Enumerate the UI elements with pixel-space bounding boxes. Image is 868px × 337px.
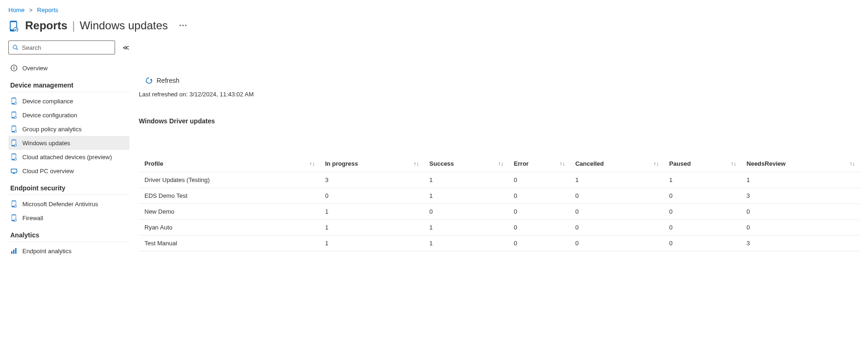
cell-paused: 0: [663, 204, 741, 220]
cell-cancelled: 0: [570, 188, 664, 204]
cell-success: 1: [424, 220, 508, 236]
device-icon: [11, 200, 17, 208]
sort-icon: ↑↓: [731, 161, 736, 167]
cell-needs_review: 3: [741, 188, 860, 204]
last-refreshed: Last refreshed on: 3/12/2024, 11:43:02 A…: [139, 91, 860, 98]
device-icon: [11, 214, 17, 222]
cell-cancelled: 1: [570, 172, 664, 188]
cell-profile: Test Manual: [139, 236, 320, 251]
sort-icon: ↑↓: [309, 161, 315, 167]
sidebar-item-windows-updates[interactable]: Windows updates: [8, 136, 130, 150]
sidebar-item-label: Device compliance: [22, 98, 73, 105]
refresh-label: Refresh: [157, 77, 179, 84]
cell-cancelled: 0: [570, 220, 664, 236]
sort-icon: ↑↓: [560, 161, 565, 167]
sort-icon: ↑↓: [414, 161, 419, 167]
col-error[interactable]: Error↑↓: [508, 155, 570, 172]
sidebar-item-label: Endpoint analytics: [22, 248, 72, 255]
cell-in_progress: 1: [320, 220, 424, 236]
cell-in_progress: 3: [320, 172, 424, 188]
page-header: Reports|Windows updates ···: [8, 19, 860, 32]
cell-error: 0: [508, 188, 570, 204]
sidebar-item-label: Cloud attached devices (preview): [22, 154, 112, 161]
table-row[interactable]: EDS Demo Test010003: [139, 188, 860, 204]
cell-success: 1: [424, 172, 508, 188]
sidebar-item-label: Cloud PC overview: [22, 168, 74, 175]
sidebar-item-firewall[interactable]: Firewall: [8, 211, 130, 225]
sidebar-item-device-configuration[interactable]: Device configuration: [8, 108, 130, 122]
cell-in_progress: 1: [320, 236, 424, 251]
device-icon: [8, 20, 20, 32]
section-analytics: Analytics: [8, 225, 130, 242]
sort-icon: ↑↓: [849, 161, 855, 167]
bar-chart-icon: [11, 248, 17, 254]
sort-icon: ↑↓: [653, 161, 659, 167]
device-icon: [11, 125, 17, 133]
device-icon: [11, 139, 17, 147]
info-icon: [10, 64, 18, 72]
breadcrumb-home[interactable]: Home: [8, 7, 25, 13]
sidebar-item-label: Windows updates: [22, 140, 70, 147]
cell-paused: 0: [663, 236, 741, 251]
cell-profile: Ryan Auto: [139, 220, 320, 236]
cell-needs_review: 1: [741, 172, 860, 188]
sidebar-item-label: Firewall: [22, 215, 43, 222]
sidebar-item-endpoint-analytics[interactable]: Endpoint analytics: [8, 244, 130, 258]
chevron-right-icon: >: [29, 7, 33, 13]
sidebar-item-label: Microsoft Defender Antivirus: [22, 201, 98, 208]
col-needs-review[interactable]: NeedsReview↑↓: [741, 155, 860, 172]
cell-error: 0: [508, 172, 570, 188]
collapse-sidebar-button[interactable]: ≪: [123, 44, 130, 51]
table-row[interactable]: Ryan Auto110000: [139, 220, 860, 236]
section-title: Windows Driver updates: [139, 117, 860, 125]
monitor-icon: [10, 168, 18, 174]
section-endpoint-security: Endpoint security: [8, 178, 130, 195]
breadcrumb-reports[interactable]: Reports: [37, 7, 59, 13]
more-actions-button[interactable]: ···: [179, 21, 187, 31]
device-icon: [11, 153, 17, 161]
cell-profile: Driver Updates (Testing): [139, 172, 320, 188]
page-title: Reports|Windows updates ···: [25, 19, 187, 32]
sidebar-item-label: Overview: [22, 65, 48, 72]
search-box: [8, 40, 115, 54]
page-title-light: Windows updates: [80, 19, 168, 32]
table-row[interactable]: Driver Updates (Testing)310111: [139, 172, 860, 188]
table-header-row: Profile↑↓ In progress↑↓ Success↑↓ Error↑…: [139, 155, 860, 172]
cell-profile: EDS Demo Test: [139, 188, 320, 204]
sidebar-item-device-compliance[interactable]: Device compliance: [8, 94, 130, 108]
cell-needs_review: 0: [741, 220, 860, 236]
cell-cancelled: 0: [570, 236, 664, 251]
breadcrumb: Home > Reports: [8, 7, 860, 13]
col-profile[interactable]: Profile↑↓: [139, 155, 320, 172]
sidebar-item-cloud-pc-overview[interactable]: Cloud PC overview: [8, 164, 130, 178]
sidebar-item-label: Device configuration: [22, 112, 77, 119]
cell-success: 1: [424, 188, 508, 204]
cell-paused: 0: [663, 188, 741, 204]
cell-success: 0: [424, 204, 508, 220]
cell-in_progress: 0: [320, 188, 424, 204]
cell-profile: New Demo: [139, 204, 320, 220]
table-row[interactable]: Test Manual110003: [139, 236, 860, 251]
sidebar-item-defender-antivirus[interactable]: Microsoft Defender Antivirus: [8, 197, 130, 211]
search-input[interactable]: [8, 40, 115, 54]
cell-needs_review: 3: [741, 236, 860, 251]
col-paused[interactable]: Paused↑↓: [663, 155, 741, 172]
sort-icon: ↑↓: [498, 161, 504, 167]
page-title-strong: Reports: [25, 19, 68, 32]
device-icon: [11, 97, 17, 105]
col-in-progress[interactable]: In progress↑↓: [320, 155, 424, 172]
section-device-management: Device management: [8, 75, 130, 92]
sidebar-item-cloud-attached-devices[interactable]: Cloud attached devices (preview): [8, 150, 130, 164]
sidebar-item-overview[interactable]: Overview: [8, 61, 130, 75]
sidebar-item-group-policy-analytics[interactable]: Group policy analytics: [8, 122, 130, 136]
cell-needs_review: 0: [741, 204, 860, 220]
cell-paused: 1: [663, 172, 741, 188]
table-row[interactable]: New Demo100000: [139, 204, 860, 220]
content-region: Refresh Last refreshed on: 3/12/2024, 11…: [139, 40, 860, 258]
sidebar: ≪ Overview Device management Device comp…: [8, 40, 130, 258]
col-success[interactable]: Success↑↓: [424, 155, 508, 172]
cell-error: 0: [508, 204, 570, 220]
col-cancelled[interactable]: Cancelled↑↓: [570, 155, 664, 172]
refresh-button[interactable]: Refresh: [143, 75, 182, 86]
cell-error: 0: [508, 220, 570, 236]
